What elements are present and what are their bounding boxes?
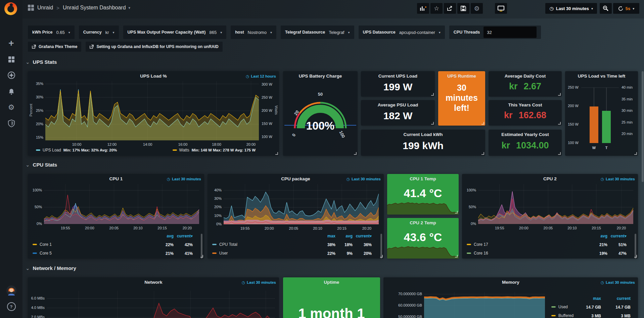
legend-column-header[interactable]: avg: [600, 234, 607, 238]
star-button[interactable]: ☆: [430, 3, 443, 14]
settings-button[interactable]: ⚙: [471, 3, 483, 14]
panel-time-range[interactable]: ◷Last 30 minutes: [601, 280, 635, 285]
caret-down-icon[interactable]: ▾: [270, 31, 272, 34]
panel-time-range[interactable]: ◷Last 30 minutes: [242, 280, 276, 285]
legend-scrollbar[interactable]: [380, 234, 382, 259]
legend-row[interactable]: Used14.7 GB14.7 GB: [551, 304, 633, 312]
axis-tick: 20%: [209, 205, 222, 209]
share-button[interactable]: [444, 3, 456, 14]
time-range-picker[interactable]: ◷ Last 30 minutes ▾: [545, 3, 597, 14]
page-title[interactable]: Unraid System Dashboard: [63, 5, 126, 11]
link-grafana-plex-theme[interactable]: Grafana Plex Theme: [28, 42, 81, 52]
panel-time-range[interactable]: ◷Last 30 minutes: [601, 177, 635, 181]
panel-time-range[interactable]: ◷Last 30 minutes: [167, 177, 201, 181]
legend-column-header[interactable]: current▾: [356, 234, 372, 238]
explore-icon[interactable]: [0, 69, 22, 82]
legend-row[interactable]: Core 521%41%: [33, 250, 199, 259]
link-setup-guide[interactable]: Setting up Grafana and InfluxDB for UPS …: [86, 42, 222, 52]
breadcrumb-app[interactable]: Unraid: [37, 5, 53, 11]
alerting-icon[interactable]: [0, 85, 22, 98]
legend-column-header[interactable]: current▾: [177, 234, 193, 238]
panel-title[interactable]: Network: [28, 280, 279, 285]
legend-column-header[interactable]: current: [617, 296, 631, 301]
user-avatar[interactable]: [0, 284, 22, 297]
shield-icon: [8, 119, 15, 127]
panel-title[interactable]: Average PSU Load: [361, 102, 435, 107]
title-caret-icon[interactable]: ▾: [129, 6, 131, 10]
legend-column-header[interactable]: max: [593, 296, 601, 301]
caret-down-icon[interactable]: ▾: [113, 31, 114, 34]
variable-value[interactable]: 0.65: [56, 30, 64, 35]
legend-label[interactable]: Core 1: [40, 242, 52, 247]
legend-label[interactable]: Core 16: [474, 251, 488, 256]
legend-column-header[interactable]: max: [327, 234, 335, 238]
panel-time-range[interactable]: ◷Last 12 hours: [246, 74, 276, 79]
legend-row[interactable]: CPU Total38%18%36%: [212, 241, 379, 250]
panel-title[interactable]: Average Daily Cost: [489, 74, 562, 79]
panel-title[interactable]: CPU 2 Temp: [387, 220, 459, 225]
legend-column-header[interactable]: avg: [346, 234, 353, 238]
page-scrollbar[interactable]: [642, 71, 644, 182]
legend-label[interactable]: Core 17: [474, 242, 488, 247]
panel-title[interactable]: UPS Load vs Time left: [565, 74, 638, 79]
legend-column-header[interactable]: current▾: [611, 234, 627, 238]
cpu-package-chart[interactable]: 40%30%20%10%0%19:5520:0020:0520:1020:152…: [208, 174, 384, 259]
variable-value[interactable]: Nostromo: [248, 30, 267, 35]
panel-title[interactable]: UPS Load %: [28, 74, 279, 79]
caret-down-icon[interactable]: ▾: [220, 31, 222, 34]
legend-row[interactable]: Core 1619%47%: [467, 250, 633, 259]
legend-label[interactable]: Core 5: [40, 251, 52, 256]
panel-title[interactable]: UPS Battery Charge: [283, 74, 358, 79]
section-network-memory[interactable]: ⌄ Network / Memory: [26, 265, 76, 271]
panel-title[interactable]: Estimated Yearly Cost: [489, 132, 562, 137]
caret-down-icon[interactable]: ▾: [348, 31, 350, 34]
panel-time-range[interactable]: ◷Last 30 minutes: [347, 177, 381, 181]
panel-title[interactable]: Current Load kWh: [361, 132, 485, 137]
legend-label[interactable]: User: [219, 251, 228, 256]
legend-column-header[interactable]: avg: [167, 234, 174, 238]
variable-label: Currency: [83, 30, 102, 35]
cpu2-chart[interactable]: 100%50%0%19:5520:0020:0520:1020:1520:20a…: [462, 174, 638, 259]
cpu-threads-input[interactable]: [484, 27, 537, 38]
dashboard-grid-icon[interactable]: [28, 5, 34, 11]
section-ups-stats[interactable]: ⌄ UPS Stats: [26, 59, 57, 65]
legend-row[interactable]: Core 1721%51%: [467, 241, 633, 250]
ups-load-chart[interactable]: 35%30%25%20%15%10:0012:0014:0016:0018:00…: [28, 71, 279, 156]
legend-row[interactable]: Core 122%42%: [33, 241, 199, 250]
help-icon[interactable]: ?: [0, 300, 22, 313]
panel-title[interactable]: Memory: [383, 280, 638, 285]
configuration-icon[interactable]: ⚙: [0, 101, 22, 114]
legend-item[interactable]: UPS LoadMin: 17% Max: 32% Avg: 20%: [36, 148, 117, 152]
legend-row[interactable]: Buffered3 MB3 MB: [551, 312, 633, 318]
section-cpu-stats[interactable]: ⌄ CPU Stats: [26, 162, 57, 168]
cpu1-chart[interactable]: 100%50%0%19:5520:0020:0520:1020:1520:20a…: [28, 174, 204, 259]
dashboards-icon[interactable]: [0, 53, 22, 66]
caret-down-icon[interactable]: ▾: [439, 31, 441, 34]
cycle-view-button[interactable]: [495, 3, 507, 14]
panel-title[interactable]: This Years Cost: [489, 102, 562, 107]
panel-title[interactable]: Uptime: [283, 280, 380, 285]
legend-scrollbar[interactable]: [201, 234, 202, 259]
grafana-logo-icon[interactable]: [4, 2, 18, 16]
save-button[interactable]: [457, 3, 469, 14]
panel-title[interactable]: Current UPS Load: [361, 74, 435, 79]
server-admin-icon[interactable]: [0, 117, 22, 130]
zoom-out-button[interactable]: [600, 3, 612, 14]
add-panel-button[interactable]: [417, 3, 429, 14]
panel-title[interactable]: CPU 1 Temp: [387, 176, 459, 181]
caret-down-icon[interactable]: ▾: [68, 31, 70, 34]
legend-label[interactable]: Used: [558, 305, 568, 309]
variable-value[interactable]: 865: [209, 30, 217, 35]
refresh-interval: 5s: [626, 6, 630, 11]
legend-scrollbar[interactable]: [635, 234, 636, 259]
panel-title[interactable]: UPS Runtime: [438, 74, 485, 79]
legend-item[interactable]: WattsMin: 148 W Max: 278 W Avg: 175 W: [173, 148, 256, 152]
variable-value[interactable]: kr: [105, 30, 109, 35]
legend-row[interactable]: User22%9%20%: [212, 250, 379, 259]
refresh-button[interactable]: 5s ▾: [613, 3, 639, 14]
variable-value[interactable]: apcupsd-container: [399, 30, 435, 35]
create-icon[interactable]: +: [0, 37, 22, 50]
variable-value[interactable]: Telegraf: [329, 30, 344, 35]
legend-label[interactable]: CPU Total: [219, 242, 237, 247]
legend-label[interactable]: Buffered: [558, 313, 573, 318]
